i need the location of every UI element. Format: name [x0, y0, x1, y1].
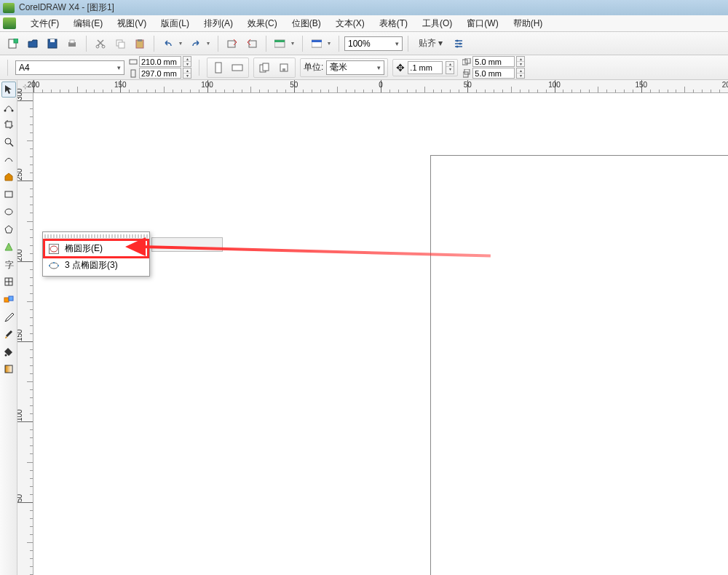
- print-button[interactable]: [63, 35, 81, 52]
- menu-window[interactable]: 窗口(W): [459, 16, 505, 31]
- new-button[interactable]: [4, 35, 22, 52]
- open-button[interactable]: [24, 35, 41, 52]
- pick-tool[interactable]: [1, 82, 16, 98]
- title-bar: CorelDRAW X4 - [图形1]: [0, 0, 728, 15]
- portrait-button[interactable]: [210, 60, 226, 76]
- units-label: 单位:: [304, 61, 323, 74]
- fill-tool[interactable]: [1, 344, 16, 360]
- separator: [154, 36, 154, 52]
- svg-rect-13: [249, 41, 256, 47]
- dup-x-input[interactable]: [472, 56, 515, 67]
- dupx-spin[interactable]: ▴▾: [516, 56, 525, 67]
- apply-all-pages-button[interactable]: [257, 60, 273, 76]
- snap-button[interactable]: 贴齐 ▾: [414, 35, 448, 52]
- welcome-dropdown[interactable]: ▾: [328, 40, 333, 47]
- page-dims-group: ▴▾ ▴▾: [129, 56, 191, 79]
- table-tool[interactable]: [1, 274, 16, 290]
- svg-point-50: [53, 262, 55, 263]
- menu-bitmaps[interactable]: 位图(B): [285, 16, 328, 31]
- polygon-tool[interactable]: [1, 221, 16, 237]
- svg-point-38: [5, 209, 12, 215]
- save-button[interactable]: [44, 35, 61, 52]
- menu-table[interactable]: 表格(T): [372, 16, 415, 31]
- menu-edit[interactable]: 编辑(E): [66, 16, 110, 31]
- svg-rect-15: [274, 40, 285, 42]
- smart-fill-tool[interactable]: [1, 169, 16, 185]
- svg-point-44: [4, 354, 7, 357]
- ellipse-icon: [49, 244, 59, 254]
- svg-rect-26: [263, 63, 269, 71]
- zoom-tool[interactable]: [1, 134, 16, 150]
- orientation-group: [207, 58, 249, 78]
- three-point-ellipse-icon: [49, 261, 59, 271]
- eyedropper-tool[interactable]: [1, 309, 16, 325]
- undo-dropdown[interactable]: ▾: [179, 40, 185, 47]
- redo-dropdown[interactable]: ▾: [207, 40, 213, 47]
- units-combo[interactable]: 毫米: [326, 60, 384, 75]
- cut-button[interactable]: [92, 35, 109, 52]
- text-tool[interactable]: 字: [1, 256, 16, 272]
- freehand-tool[interactable]: [1, 151, 16, 167]
- three-point-ellipse-label: 3 点椭圆形(3): [65, 259, 118, 271]
- property-bar: A4 ▴▾ ▴▾ 单位: 毫米 ✥ ▴▾ ▴▾: [0, 55, 728, 80]
- menu-help[interactable]: 帮助(H): [506, 16, 550, 31]
- export-button[interactable]: [243, 35, 261, 52]
- height-spin[interactable]: ▴▾: [183, 68, 191, 79]
- separator: [339, 36, 339, 52]
- options-button[interactable]: [450, 35, 467, 52]
- vertical-ruler[interactable]: 30025020015010050: [17, 93, 33, 575]
- svg-rect-9: [119, 42, 124, 48]
- launcher-dropdown[interactable]: ▾: [291, 40, 297, 47]
- svg-rect-42: [4, 298, 9, 302]
- app-launcher-button[interactable]: [272, 35, 289, 52]
- svg-rect-5: [70, 40, 74, 43]
- zoom-combo[interactable]: 100%: [344, 36, 403, 51]
- interactive-blend-tool[interactable]: [1, 291, 16, 307]
- menu-layout[interactable]: 版面(L): [154, 16, 197, 31]
- svg-rect-17: [312, 40, 322, 42]
- dup-x-icon: [462, 58, 471, 66]
- nudge-input[interactable]: [408, 61, 443, 74]
- redo-button[interactable]: [187, 35, 205, 52]
- landscape-button[interactable]: [229, 60, 245, 76]
- menu-text[interactable]: 文本(X): [328, 16, 372, 31]
- dup-y-input[interactable]: [472, 68, 515, 79]
- paper-size-combo[interactable]: A4: [15, 60, 124, 75]
- three-point-ellipse-menu-item[interactable]: 3 点椭圆形(3): [44, 257, 148, 274]
- horizontal-ruler[interactable]: 20015010050050100150200: [33, 80, 728, 93]
- svg-point-48: [49, 265, 50, 266]
- menu-effects[interactable]: 效果(C): [240, 16, 285, 31]
- ellipse-label: 椭圆形(E): [65, 242, 103, 255]
- copy-button[interactable]: [111, 35, 129, 52]
- page-height-input[interactable]: [139, 68, 181, 79]
- paste-button[interactable]: [131, 35, 149, 52]
- welcome-button[interactable]: [308, 35, 325, 52]
- ellipse-tool[interactable]: [1, 204, 16, 220]
- apply-current-page-button[interactable]: [276, 60, 292, 76]
- import-button[interactable]: [223, 35, 241, 52]
- crop-tool[interactable]: [1, 116, 16, 132]
- undo-button[interactable]: [159, 35, 177, 52]
- separator: [199, 60, 199, 76]
- interactive-fill-tool[interactable]: [1, 361, 16, 377]
- separator: [218, 36, 218, 52]
- outline-tool[interactable]: [1, 326, 16, 342]
- nudge-spin[interactable]: ▴▾: [446, 61, 454, 74]
- basic-shapes-tool[interactable]: [1, 239, 16, 255]
- menu-file[interactable]: 文件(F): [23, 16, 66, 31]
- menu-arrange[interactable]: 排列(A): [197, 16, 240, 31]
- page-width-input[interactable]: [139, 56, 181, 67]
- svg-rect-37: [5, 191, 12, 197]
- toolbox: 字: [0, 80, 17, 575]
- drawing-canvas[interactable]: 椭圆形(E) 3 点椭圆形(3): [33, 93, 728, 575]
- rectangle-tool[interactable]: [1, 186, 16, 202]
- width-spin[interactable]: ▴▾: [183, 56, 191, 67]
- svg-point-19: [459, 42, 462, 44]
- menu-view[interactable]: 视图(V): [110, 16, 154, 31]
- height-icon: [129, 69, 138, 78]
- menu-tools[interactable]: 工具(O): [415, 16, 459, 31]
- shape-tool[interactable]: [1, 99, 16, 115]
- snap-label: 贴齐 ▾: [419, 37, 443, 49]
- dupy-spin[interactable]: ▴▾: [516, 68, 525, 79]
- page-apply-group: [253, 58, 296, 78]
